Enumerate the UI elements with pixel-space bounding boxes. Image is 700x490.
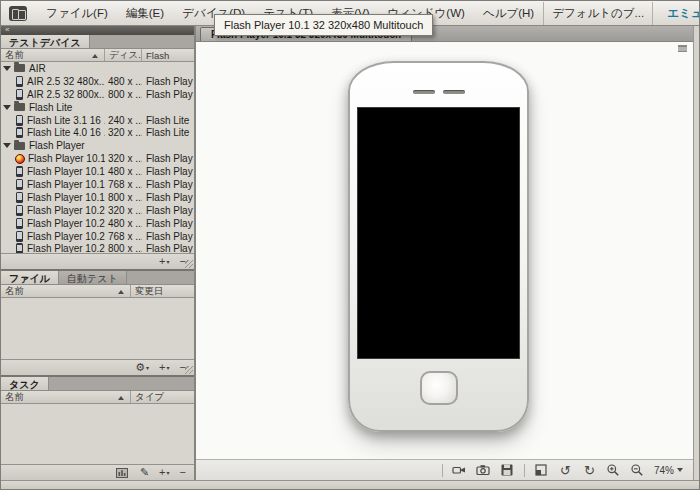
tab-test-devices[interactable]: テストデバイス xyxy=(1,35,90,48)
window-right-frame xyxy=(693,26,699,480)
files-panel: ファイル自動テスト 名前 変更日 ⚙▾ +▾ − xyxy=(1,271,194,375)
window-bottom-frame xyxy=(1,480,699,489)
toolbar-separator xyxy=(524,464,525,477)
add-file-button[interactable]: +▾ xyxy=(159,362,169,373)
fit-screen-icon[interactable] xyxy=(534,463,549,478)
collapse-icon: « xyxy=(5,25,9,34)
device-row[interactable]: Flash Player 10.1... 320 x ... Flash Pla… xyxy=(1,152,194,165)
column-flash[interactable]: Flash xyxy=(142,49,194,61)
device-row[interactable]: Flash Player 10.2... 480 x ... Flash Pla… xyxy=(1,217,194,230)
folder-icon xyxy=(14,64,25,72)
files-column-header: 名前 変更日 xyxy=(1,285,194,298)
devices-column-header: 名前 ディス... Flash xyxy=(1,49,194,62)
column-name[interactable]: 名前 xyxy=(1,49,105,61)
menu-item[interactable]: ヘルプ(H) xyxy=(474,2,543,25)
chevron-down-icon[interactable] xyxy=(3,66,11,71)
speaker-slot xyxy=(413,90,435,94)
rotate-cw-icon[interactable]: ↻ xyxy=(582,463,597,478)
phone-icon xyxy=(16,166,23,177)
zoom-in-icon[interactable] xyxy=(606,463,621,478)
column-name[interactable]: 名前 xyxy=(1,391,131,403)
column-type[interactable]: タイプ xyxy=(131,391,194,403)
device-row[interactable]: Flash Player 10.1... 480 x ... Flash Pla… xyxy=(1,165,194,178)
sensor-slot xyxy=(443,90,465,94)
flash-player-icon xyxy=(15,154,25,164)
folder-icon xyxy=(14,142,25,150)
phone-icon xyxy=(16,76,23,87)
sort-asc-icon xyxy=(118,290,124,294)
emulator-area: Flash Player 10.1 32 320x480 Multitouch xyxy=(196,26,693,480)
device-row[interactable]: AIR 2.5 32 800x... 800 x ... Flash Play xyxy=(1,88,194,101)
chevron-down-icon[interactable] xyxy=(3,143,11,148)
record-video-icon[interactable] xyxy=(452,463,467,478)
canvas-options-icon[interactable] xyxy=(678,45,687,52)
panel-collapse-bar[interactable]: « xyxy=(1,26,194,35)
devices-panel: テストデバイス 名前 ディス... Flash xyxy=(1,35,194,269)
screenshot-camera-icon[interactable] xyxy=(476,463,491,478)
phone-icon xyxy=(16,243,23,253)
rotate-ccw-icon[interactable]: ↺ xyxy=(558,463,573,478)
phone-icon xyxy=(16,179,23,190)
app-icon[interactable] xyxy=(9,6,27,21)
device-row[interactable]: Flash Player 10.1... 768 x ... Flash Pla… xyxy=(1,178,194,191)
emulator-canvas[interactable] xyxy=(196,42,693,459)
chevron-down-icon[interactable] xyxy=(3,105,11,110)
menubar-right: デフォルトのブ... エミュレート参照作成 × xyxy=(543,2,700,25)
device-row[interactable]: AIR 2.5 32 480x... 480 x ... Flash Play xyxy=(1,75,194,88)
phone-icon xyxy=(16,205,23,216)
sidebar: « テストデバイス 名前 ディス... Flash xyxy=(1,26,196,480)
app-window: ファイル(F)編集(E)デバイス(D)テスト(T)表示(V)ウィンドウ(W)ヘル… xyxy=(0,0,700,490)
tasks-column-header: 名前 タイプ xyxy=(1,391,194,404)
tasks-list-empty xyxy=(1,404,194,464)
device-row[interactable]: Flash Lite 4.0 16 ... 320 x ... Flash Li… xyxy=(1,126,194,139)
phone-icon xyxy=(16,218,23,229)
device-row[interactable]: Flash Player 10.2... 320 x ... Flash Pla… xyxy=(1,204,194,217)
column-display[interactable]: ディス... xyxy=(105,49,142,61)
remove-task-button[interactable]: − xyxy=(180,467,186,478)
devices-panel-footer: +▾ − xyxy=(1,253,194,269)
device-group-row[interactable]: Flash Lite xyxy=(1,101,194,114)
device-row[interactable]: Flash Lite 3.1 16 ... 240 x ... Flash Li… xyxy=(1,114,194,127)
phone-icon xyxy=(16,231,23,242)
gear-icon[interactable]: ⚙▾ xyxy=(135,362,149,373)
workspace-switcher[interactable]: デフォルトのブ... xyxy=(543,2,653,25)
tasks-panel: タスク 名前 タイプ ✎ +▾ − xyxy=(1,377,194,480)
tasks-panel-footer: ✎ +▾ − xyxy=(1,464,194,480)
mode-item[interactable]: エミュレート xyxy=(653,2,700,25)
phone-screen[interactable] xyxy=(357,107,520,359)
device-group-row[interactable]: AIR xyxy=(1,62,194,75)
device-tooltip: Flash Player 10.1 32 320x480 Multitouch xyxy=(214,14,433,36)
phone-icon xyxy=(16,192,23,203)
device-group-row[interactable]: Flash Player xyxy=(1,139,194,152)
tab-tasks[interactable]: タスク xyxy=(1,377,49,390)
menu-item[interactable]: 編集(E) xyxy=(117,2,173,25)
column-modified[interactable]: 変更日 xyxy=(131,285,194,297)
phone-icon xyxy=(16,127,23,138)
emulator-toolbar: ↺ ↻ 74% xyxy=(196,459,693,480)
add-task-button[interactable]: +▾ xyxy=(159,467,169,478)
save-icon[interactable] xyxy=(500,463,515,478)
column-name[interactable]: 名前 xyxy=(1,285,131,297)
emulated-phone xyxy=(348,61,529,432)
menu-item[interactable]: ファイル(F) xyxy=(37,2,117,25)
sort-asc-icon xyxy=(92,54,98,58)
zoom-level-dropdown[interactable]: 74% xyxy=(654,465,683,476)
resize-grip[interactable] xyxy=(185,366,193,374)
files-panel-tab[interactable]: ファイル xyxy=(1,271,59,284)
device-row[interactable]: Flash Player 10.2... 768 x ... Flash Pla… xyxy=(1,230,194,243)
edit-task-icon[interactable]: ✎ xyxy=(140,467,149,478)
folder-icon xyxy=(14,103,25,111)
add-device-button[interactable]: +▾ xyxy=(159,256,169,267)
device-row[interactable]: Flash Player 10.2... 800 x ... Flash Pla… xyxy=(1,242,194,253)
resize-grip[interactable] xyxy=(185,260,193,268)
mode-switcher: エミュレート参照作成 xyxy=(653,2,700,25)
toolbar-separator xyxy=(442,464,443,477)
device-row[interactable]: Flash Player 10.1... 800 x ... Flash Pla… xyxy=(1,191,194,204)
files-list-empty xyxy=(1,298,194,359)
phone-home-button[interactable] xyxy=(420,371,458,405)
report-icon[interactable] xyxy=(115,465,130,480)
files-panel-tab[interactable]: 自動テスト xyxy=(59,271,127,284)
zoom-out-icon[interactable] xyxy=(630,463,645,478)
sort-asc-icon xyxy=(118,396,124,400)
files-panel-footer: ⚙▾ +▾ − xyxy=(1,359,194,375)
